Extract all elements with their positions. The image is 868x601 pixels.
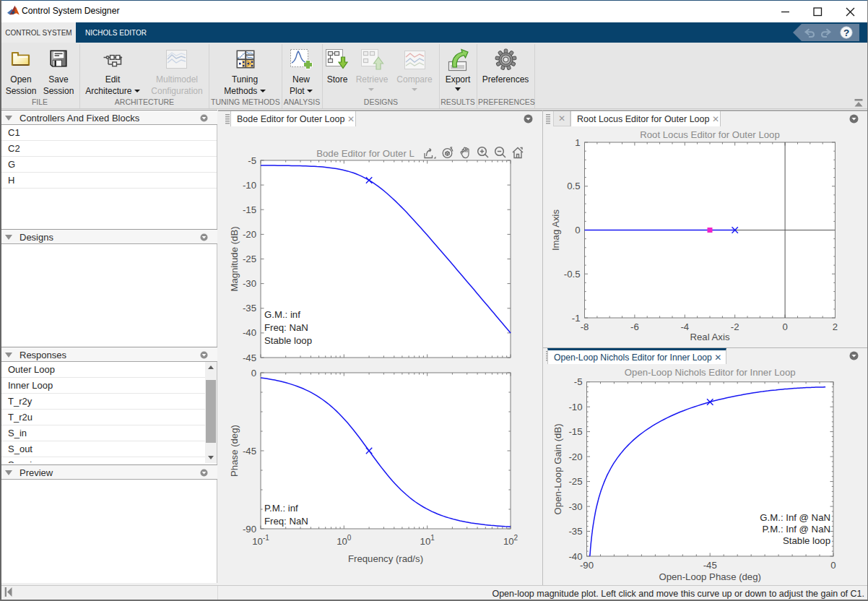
- svg-text:-6: -6: [630, 321, 639, 332]
- svg-text:-90: -90: [580, 560, 594, 571]
- svg-text:-8: -8: [581, 321, 589, 332]
- svg-text:?: ?: [843, 27, 849, 38]
- svg-text:Imag Axis: Imag Axis: [550, 209, 561, 251]
- svg-text:-15: -15: [568, 426, 582, 437]
- svg-text:-45: -45: [243, 353, 256, 363]
- svg-text:-0.5: -0.5: [564, 269, 581, 280]
- svg-text:Open-Loop Phase (deg): Open-Loop Phase (deg): [659, 571, 761, 582]
- svg-text:P.M.: Inf @ NaN: P.M.: Inf @ NaN: [763, 524, 831, 535]
- svg-text:-15: -15: [243, 204, 256, 215]
- svg-text:Open-Loop Nichols Editor for I: Open-Loop Nichols Editor for Inner Loop: [625, 367, 796, 378]
- svg-text:-30: -30: [243, 278, 256, 289]
- svg-text:-4: -4: [680, 321, 689, 332]
- svg-text:0: 0: [782, 321, 787, 332]
- svg-text:Real Axis: Real Axis: [690, 332, 730, 342]
- svg-text:-45: -45: [243, 446, 256, 457]
- svg-text:Root Locus Editor for Outer Lo: Root Locus Editor for Outer Loop: [640, 129, 780, 140]
- svg-text:G.M.: inf: G.M.: inf: [264, 309, 300, 320]
- svg-text:0: 0: [830, 560, 836, 571]
- svg-text:-5: -5: [248, 155, 256, 166]
- svg-text:0.5: 0.5: [567, 181, 580, 191]
- svg-text:Open-Loop Gain (dB): Open-Loop Gain (dB): [552, 423, 563, 514]
- svg-text:1: 1: [575, 137, 580, 148]
- svg-text:Stable loop: Stable loop: [264, 335, 312, 346]
- svg-text:Magnitude (dB): Magnitude (dB): [229, 226, 240, 291]
- svg-text:-10: -10: [568, 402, 582, 412]
- svg-text:-20: -20: [243, 229, 256, 240]
- svg-text:Stable loop: Stable loop: [783, 535, 830, 546]
- svg-text:-30: -30: [568, 501, 582, 512]
- svg-text:10-1: 10-1: [252, 534, 269, 547]
- svg-text:-1: -1: [572, 313, 581, 324]
- svg-text:-25: -25: [243, 254, 256, 264]
- svg-text:Freq: NaN: Freq: NaN: [264, 322, 308, 333]
- svg-text:Bode Editor for Outer L: Bode Editor for Outer L: [316, 148, 415, 159]
- svg-text:Freq: NaN: Freq: NaN: [264, 516, 308, 527]
- svg-text:102: 102: [503, 534, 518, 547]
- svg-text:0: 0: [575, 225, 580, 235]
- svg-text:-10: -10: [243, 180, 256, 191]
- svg-text:Phase (deg): Phase (deg): [229, 425, 240, 477]
- svg-text:2: 2: [833, 321, 838, 332]
- svg-text:0: 0: [251, 368, 256, 379]
- svg-text:-90: -90: [243, 524, 256, 535]
- svg-text:-20: -20: [568, 451, 582, 462]
- svg-text:100: 100: [337, 534, 352, 547]
- svg-text:-25: -25: [568, 476, 582, 487]
- svg-text:-40: -40: [243, 327, 256, 338]
- svg-text:101: 101: [420, 534, 435, 547]
- svg-text:Frequency (rad/s): Frequency (rad/s): [348, 553, 423, 564]
- svg-text:-2: -2: [731, 321, 739, 332]
- svg-text:-35: -35: [243, 303, 256, 314]
- svg-text:-35: -35: [568, 526, 582, 537]
- svg-text:P.M.: inf: P.M.: inf: [264, 503, 298, 514]
- svg-text:-45: -45: [703, 560, 717, 571]
- svg-text:-5: -5: [574, 376, 583, 387]
- svg-text:G.M.: Inf @ NaN: G.M.: Inf @ NaN: [760, 512, 830, 523]
